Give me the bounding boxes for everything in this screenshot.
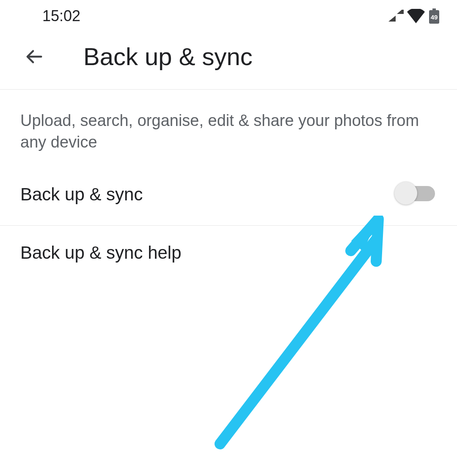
setting-backup-sync-help-label: Back up & sync help <box>20 243 182 263</box>
setting-backup-sync-label: Back up & sync <box>20 184 143 205</box>
battery-icon: 49 <box>428 8 440 24</box>
status-icons: 49 <box>388 8 440 24</box>
svg-rect-4 <box>432 8 436 10</box>
arrow-back-icon <box>24 47 45 66</box>
toggle-thumb <box>394 182 417 205</box>
page-description: Upload, search, organise, edit & share y… <box>0 90 457 153</box>
status-time: 15:02 <box>42 7 80 25</box>
battery-level-text: 49 <box>431 14 438 21</box>
backup-sync-toggle[interactable] <box>394 183 435 206</box>
setting-backup-sync[interactable]: Back up & sync <box>0 153 457 226</box>
status-bar: 15:02 49 <box>0 0 457 30</box>
app-bar: Back up & sync <box>0 30 457 90</box>
page-title: Back up & sync <box>83 42 253 71</box>
setting-backup-sync-help[interactable]: Back up & sync help <box>0 226 457 282</box>
svg-marker-0 <box>388 16 396 22</box>
back-button[interactable] <box>22 44 47 69</box>
signal-icon <box>388 10 404 22</box>
wifi-icon <box>407 9 425 23</box>
